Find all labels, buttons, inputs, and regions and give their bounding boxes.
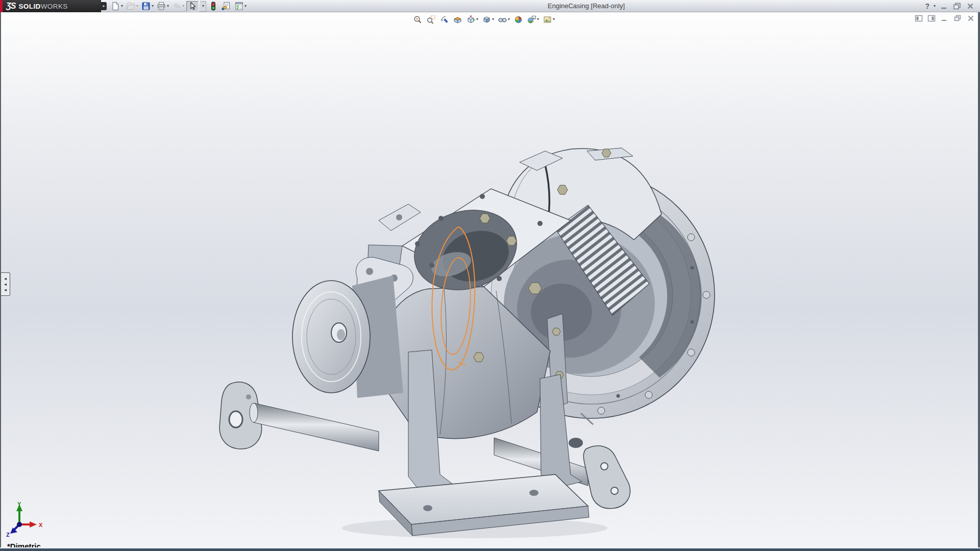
zoom-to-area-icon	[426, 15, 436, 24]
dropdown-caret-icon[interactable]: ▾	[476, 14, 478, 25]
logo-red-accent	[0, 0, 3, 12]
dropdown-caret-icon[interactable]: ▾	[553, 14, 555, 25]
close-button[interactable]	[966, 2, 975, 10]
orientation-triad: Y X Z	[6, 501, 43, 538]
open-icon	[126, 1, 136, 11]
previous-view-button[interactable]	[439, 14, 450, 24]
dropdown-caret-icon[interactable]: ▾	[167, 1, 169, 12]
triad-y-label: Y	[17, 501, 21, 507]
side-disc-cover[interactable]	[292, 276, 403, 398]
dropdown-caret-icon[interactable]: ▾	[121, 1, 123, 12]
window-controls: ? ▾	[925, 0, 975, 12]
menu-expand-arrow[interactable]: ▸	[101, 2, 107, 10]
apply-scene-icon	[527, 15, 536, 24]
window-border-bottom	[0, 548, 980, 551]
dropdown-caret-icon[interactable]: ▾	[244, 1, 247, 12]
view-settings-icon	[543, 15, 552, 24]
display-style-icon	[482, 15, 492, 24]
restore-icon[interactable]	[953, 15, 962, 22]
restore-button[interactable]	[952, 2, 962, 10]
triad-z-label: Z	[6, 532, 10, 538]
view-orientation-button[interactable]: ▾	[465, 14, 479, 24]
select-cursor-icon	[187, 1, 198, 11]
save-icon	[141, 1, 151, 11]
options-button[interactable]: ▾	[233, 1, 247, 12]
window-border-left	[0, 12, 1, 551]
file-properties-button[interactable]	[220, 1, 232, 12]
edit-appearance-button[interactable]	[513, 14, 524, 24]
heads-up-view-toolbar: ▾ ▾ ▾	[412, 14, 555, 25]
collapse-arrow-icon[interactable]: ◂	[4, 287, 7, 293]
undo-button[interactable]: ▾	[171, 1, 185, 12]
graphics-viewport[interactable]: ▾ ▾ ▾	[0, 12, 980, 551]
dropdown-caret-icon[interactable]: ▾	[537, 14, 539, 25]
view-orientation-icon	[466, 15, 476, 24]
open-button[interactable]: ▾	[125, 1, 139, 12]
dropdown-caret-icon[interactable]: ▾	[934, 1, 936, 12]
minimize-button[interactable]	[939, 2, 948, 10]
print-button[interactable]: ▾	[156, 1, 169, 12]
dropdown-caret-icon[interactable]: ▾	[152, 1, 154, 12]
select-tool-dropdown[interactable]: ▾	[200, 1, 206, 12]
dropdown-caret-icon[interactable]: ▾	[492, 14, 494, 25]
rebuild-traffic-light-icon	[208, 1, 218, 11]
dropdown-caret-icon[interactable]: ▾	[202, 1, 204, 12]
hide-show-items-button[interactable]: ▾	[497, 14, 510, 24]
triad-x-label: X	[39, 522, 43, 528]
section-view-icon	[453, 15, 462, 24]
title-bar: ƷS SOLIDWORKS ▸ ▾ ▾	[0, 0, 980, 12]
zoom-to-area-button[interactable]	[426, 14, 436, 24]
rebuild-button[interactable]	[208, 1, 219, 12]
print-icon	[156, 1, 166, 11]
hide-show-items-icon	[498, 15, 507, 24]
options-checklist-icon	[234, 1, 244, 11]
undo-icon	[172, 1, 182, 11]
document-window-controls	[915, 15, 975, 22]
ds-logo-mark: ƷS	[6, 2, 15, 11]
help-button[interactable]: ?	[925, 2, 929, 10]
apply-scene-button[interactable]: ▾	[526, 14, 540, 24]
close-icon[interactable]	[967, 15, 975, 22]
main-toolbar: ▾ ▾ ▾	[110, 0, 247, 12]
collapse-arrow-icon[interactable]: ◂	[4, 276, 7, 282]
left-support-rod[interactable]	[219, 382, 379, 451]
minimize-icon[interactable]	[940, 15, 948, 22]
solidworks-logo: ƷS SOLIDWORKS	[0, 0, 101, 12]
zoom-to-fit-button[interactable]	[412, 14, 423, 24]
previous-view-icon	[439, 15, 449, 24]
toggle-left-pane-icon[interactable]	[915, 15, 923, 22]
edit-appearance-icon	[513, 15, 523, 24]
section-view-button[interactable]	[452, 14, 463, 24]
logo-text-solid: SOLID	[18, 3, 40, 10]
window-border-right	[978, 12, 980, 551]
logo-text-works: WORKS	[41, 3, 68, 10]
view-settings-button[interactable]: ▾	[542, 14, 555, 24]
new-document-icon	[110, 1, 120, 11]
select-tool-button[interactable]	[186, 1, 199, 12]
file-properties-icon	[221, 1, 231, 11]
collapse-arrow-icon[interactable]: ◂	[4, 282, 7, 287]
zoom-to-fit-icon	[413, 15, 423, 24]
new-document-button[interactable]: ▾	[110, 1, 124, 12]
toggle-right-pane-icon[interactable]	[927, 15, 936, 22]
save-button[interactable]: ▾	[140, 1, 154, 12]
dropdown-caret-icon[interactable]: ▾	[508, 14, 510, 25]
feature-manager-collapsed-tab[interactable]: ◂ ◂ ◂	[1, 272, 10, 296]
display-style-button[interactable]: ▾	[481, 14, 495, 24]
document-title: EngineCasing [Read-only]	[548, 2, 625, 10]
engine-casing-model[interactable]: Y X Z *Dimetric	[0, 12, 980, 551]
dropdown-caret-icon: ▾	[182, 1, 184, 12]
dropdown-caret-icon: ▾	[136, 1, 138, 12]
